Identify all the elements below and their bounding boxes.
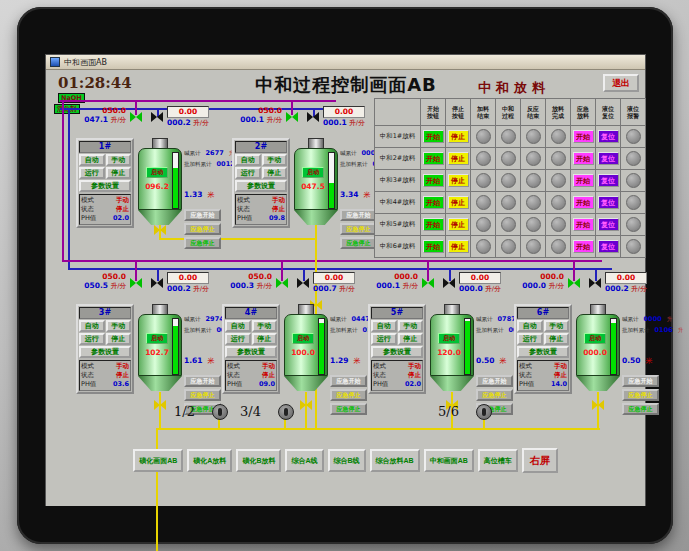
emergency-stop-indicator[interactable]: 应急停止 xyxy=(330,403,367,415)
stop-button[interactable]: 停止 xyxy=(448,174,469,187)
nav-button-2[interactable]: 磺化B放料 xyxy=(236,449,281,472)
emergency-stop-button[interactable]: 应急停止 xyxy=(184,223,221,235)
emergency-discharge-button[interactable]: 开始 xyxy=(573,130,594,143)
start-button[interactable]: 开始 xyxy=(423,240,444,253)
feed-valve-icon[interactable] xyxy=(151,112,163,122)
start-button[interactable]: 开始 xyxy=(423,152,444,165)
emergency-discharge-button[interactable]: 开始 xyxy=(573,240,594,253)
inlet-valve-icon[interactable] xyxy=(286,112,298,122)
param-settings-button[interactable]: 参数设置 xyxy=(79,180,131,192)
nav-button-0[interactable]: 磺化画面AB xyxy=(133,449,183,472)
stop-button[interactable]: 停止 xyxy=(448,196,469,209)
stop-button[interactable]: 停止 xyxy=(448,130,469,143)
run-button[interactable]: 运行 xyxy=(517,333,543,345)
pump-icon-3-4[interactable] xyxy=(278,404,294,420)
stop-button[interactable]: 停止 xyxy=(448,240,469,253)
manual-button[interactable]: 手动 xyxy=(106,154,132,166)
auto-button[interactable]: 自动 xyxy=(79,154,105,166)
manual-button[interactable]: 手动 xyxy=(398,320,424,332)
emergency-discharge-button[interactable]: 开始 xyxy=(573,152,594,165)
param-settings-button[interactable]: 参数设置 xyxy=(517,346,569,358)
run-button[interactable]: 运行 xyxy=(79,333,105,345)
auto-button[interactable]: 自动 xyxy=(235,154,261,166)
tank-start-button[interactable]: 启动 xyxy=(438,333,460,344)
stop-button[interactable]: 停止 xyxy=(398,333,424,345)
tank-start-button[interactable]: 启动 xyxy=(292,333,314,344)
nav-button-3[interactable]: 综合A线 xyxy=(285,449,323,472)
pump-icon-5-6[interactable] xyxy=(476,404,492,420)
tank-start-button[interactable]: 启动 xyxy=(584,333,606,344)
emergency-discharge-button[interactable]: 开始 xyxy=(573,196,594,209)
tank-start-button[interactable]: 启动 xyxy=(146,167,168,178)
stop-button[interactable]: 停止 xyxy=(106,333,132,345)
manual-button[interactable]: 手动 xyxy=(252,320,278,332)
feed-valve-icon[interactable] xyxy=(151,278,163,288)
inlet-valve-icon[interactable] xyxy=(276,278,288,288)
right-screen-button[interactable]: 右屏 xyxy=(522,448,558,473)
emergency-discharge-button[interactable]: 开始 xyxy=(573,174,594,187)
inlet-valve-icon[interactable] xyxy=(422,278,434,288)
nav-button-7[interactable]: 高位槽车 xyxy=(478,449,518,472)
run-button[interactable]: 运行 xyxy=(235,167,261,179)
emergency-stop-indicator[interactable]: 应急停止 xyxy=(340,237,377,249)
level-reset-button[interactable]: 复位 xyxy=(598,152,619,165)
feed-valve-icon[interactable] xyxy=(443,278,455,288)
start-button[interactable]: 开始 xyxy=(423,218,444,231)
stop-button[interactable]: 停止 xyxy=(262,167,288,179)
emergency-start-button[interactable]: 应急开始 xyxy=(184,209,221,221)
level-reset-button[interactable]: 复位 xyxy=(598,196,619,209)
pump-icon-1-2[interactable] xyxy=(212,404,228,420)
param-settings-button[interactable]: 参数设置 xyxy=(79,346,131,358)
emergency-start-button[interactable]: 应急开始 xyxy=(340,209,377,221)
start-button[interactable]: 开始 xyxy=(423,196,444,209)
emergency-stop-indicator[interactable]: 应急停止 xyxy=(184,237,221,249)
nav-button-6[interactable]: 中和画面AB xyxy=(424,449,474,472)
emergency-start-button[interactable]: 应急开始 xyxy=(330,375,367,387)
run-button[interactable]: 运行 xyxy=(371,333,397,345)
manual-button[interactable]: 手动 xyxy=(544,320,570,332)
feed-valve-icon[interactable] xyxy=(307,112,319,122)
run-button[interactable]: 运行 xyxy=(225,333,251,345)
level-reset-button[interactable]: 复位 xyxy=(598,218,619,231)
emergency-discharge-button[interactable]: 开始 xyxy=(573,218,594,231)
emergency-stop-indicator[interactable]: 应急停止 xyxy=(622,403,659,415)
run-button[interactable]: 运行 xyxy=(79,167,105,179)
manual-button[interactable]: 手动 xyxy=(106,320,132,332)
nav-button-4[interactable]: 综合B线 xyxy=(328,449,366,472)
stop-button[interactable]: 停止 xyxy=(106,167,132,179)
start-button[interactable]: 开始 xyxy=(423,174,444,187)
tank-start-button[interactable]: 启动 xyxy=(146,333,168,344)
param-settings-button[interactable]: 参数设置 xyxy=(235,180,287,192)
inlet-valve-icon[interactable] xyxy=(130,278,142,288)
nav-button-5[interactable]: 综合放料AB xyxy=(370,449,420,472)
stop-button[interactable]: 停止 xyxy=(448,152,469,165)
emergency-start-button[interactable]: 应急开始 xyxy=(184,375,221,387)
emergency-stop-button[interactable]: 应急停止 xyxy=(330,389,367,401)
nav-button-1[interactable]: 磺化A放料 xyxy=(187,449,232,472)
inlet-valve-icon[interactable] xyxy=(568,278,580,288)
exit-button[interactable]: 退出 xyxy=(603,74,639,92)
inlet-valve-icon[interactable] xyxy=(130,112,142,122)
emergency-start-button[interactable]: 应急开始 xyxy=(622,375,659,387)
auto-button[interactable]: 自动 xyxy=(225,320,251,332)
auto-button[interactable]: 自动 xyxy=(79,320,105,332)
emergency-stop-button[interactable]: 应急停止 xyxy=(340,223,377,235)
emergency-stop-button[interactable]: 应急停止 xyxy=(622,389,659,401)
auto-button[interactable]: 自动 xyxy=(371,320,397,332)
level-reset-button[interactable]: 复位 xyxy=(598,174,619,187)
stop-button[interactable]: 停止 xyxy=(544,333,570,345)
param-settings-button[interactable]: 参数设置 xyxy=(371,346,423,358)
level-reset-button[interactable]: 复位 xyxy=(598,130,619,143)
tank-start-button[interactable]: 启动 xyxy=(302,167,324,178)
emergency-start-button[interactable]: 应急开始 xyxy=(476,375,513,387)
param-settings-button[interactable]: 参数设置 xyxy=(225,346,277,358)
feed-valve-icon[interactable] xyxy=(297,278,309,288)
emergency-stop-button[interactable]: 应急停止 xyxy=(476,389,513,401)
manual-button[interactable]: 手动 xyxy=(262,154,288,166)
emergency-stop-button[interactable]: 应急停止 xyxy=(184,389,221,401)
auto-button[interactable]: 自动 xyxy=(517,320,543,332)
level-reset-button[interactable]: 复位 xyxy=(598,240,619,253)
start-button[interactable]: 开始 xyxy=(423,130,444,143)
feed-valve-icon[interactable] xyxy=(589,278,601,288)
stop-button[interactable]: 停止 xyxy=(448,218,469,231)
